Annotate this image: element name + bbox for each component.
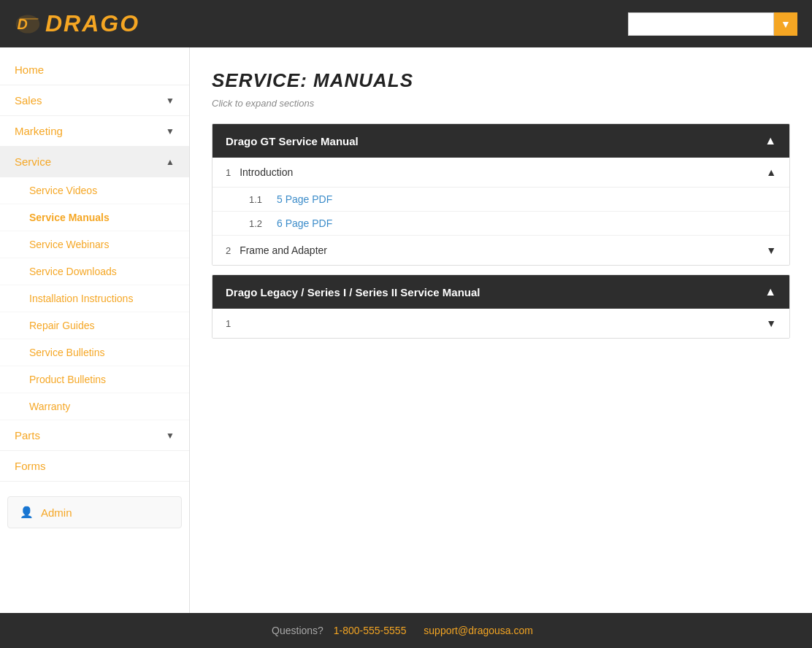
page-subtitle: Click to expand sections	[212, 98, 790, 109]
sidebar-item-sales-label: Sales	[15, 94, 42, 107]
accordion-sub-row-5page[interactable]: 1.1 5 Page PDF	[212, 188, 789, 212]
accordion-gt: Drago GT Service Manual ▲ 1 Introduction…	[212, 123, 790, 266]
sidebar-admin[interactable]: 👤 Admin	[7, 496, 182, 528]
chevron-up-icon: ▲	[765, 134, 776, 147]
footer-questions: Questions?	[272, 625, 323, 636]
layout: Home Sales ▼ Marketing ▼ Service ▲ Servi…	[0, 47, 812, 613]
sidebar-item-service-videos[interactable]: Service Videos	[0, 177, 189, 204]
accordion-legacy-header[interactable]: Drago Legacy / Series I / Series II Serv…	[212, 275, 789, 309]
footer-phone[interactable]: 1-800-555-5555	[334, 625, 407, 636]
footer-email[interactable]: support@dragousa.com	[424, 625, 533, 636]
sidebar-item-home[interactable]: Home	[0, 55, 189, 85]
chevron-down-icon: ▼	[166, 96, 175, 106]
sidebar-item-warranty[interactable]: Warranty	[0, 393, 189, 420]
header: D DRAGO ▼	[0, 0, 812, 47]
accordion-gt-header[interactable]: Drago GT Service Manual ▲	[212, 124, 789, 158]
search-dropdown-button[interactable]: ▼	[774, 12, 797, 36]
sidebar-item-marketing-label: Marketing	[15, 125, 63, 137]
row-number: 1	[226, 167, 231, 178]
sidebar-item-parts-label: Parts	[15, 429, 40, 441]
row-number: 1	[226, 318, 231, 329]
row-number: 2	[226, 245, 231, 256]
main-content: SERVICE: MANUALS Click to expand section…	[190, 47, 812, 613]
sidebar-item-parts[interactable]: Parts ▼	[0, 420, 189, 451]
sidebar-item-service-downloads[interactable]: Service Downloads	[0, 258, 189, 285]
accordion-row-frame-content: 2 Frame and Adapter	[226, 244, 327, 256]
sidebar-item-service[interactable]: Service ▲	[0, 147, 189, 177]
chevron-up-icon: ▲	[166, 157, 175, 167]
admin-icon: 👤	[20, 506, 34, 519]
chevron-up-icon: ▲	[765, 285, 776, 298]
sidebar-item-service-webinars[interactable]: Service Webinars	[0, 231, 189, 258]
logo-icon: D	[15, 11, 41, 37]
sidebar-item-marketing[interactable]: Marketing ▼	[0, 116, 189, 147]
accordion-legacy-row-1-content: 1	[226, 317, 237, 329]
chevron-down-icon: ▼	[766, 317, 776, 329]
accordion-legacy-body: 1 ▼	[212, 309, 789, 338]
accordion-legacy-title: Drago Legacy / Series I / Series II Serv…	[226, 286, 480, 298]
sidebar: Home Sales ▼ Marketing ▼ Service ▲ Servi…	[0, 47, 190, 613]
sidebar-item-service-label: Service	[15, 155, 51, 168]
accordion-gt-body: 1 Introduction ▲ 1.1 5 Page PDF 1.2 6 Pa…	[212, 158, 789, 265]
accordion-row-introduction[interactable]: 1 Introduction ▲	[212, 158, 789, 188]
chevron-up-icon: ▲	[766, 166, 776, 178]
accordion-row-introduction-content: 1 Introduction	[226, 166, 293, 178]
search-input[interactable]	[628, 12, 774, 36]
sidebar-item-service-manuals[interactable]: Service Manuals	[0, 204, 189, 231]
sidebar-item-product-bulletins[interactable]: Product Bulletins	[0, 366, 189, 393]
sub-row-number: 1.1	[249, 194, 271, 205]
sidebar-item-home-label: Home	[15, 63, 44, 76]
header-search: ▼	[628, 12, 797, 36]
page-title: SERVICE: MANUALS	[212, 69, 790, 92]
chevron-down-icon: ▼	[166, 431, 175, 441]
chevron-down-icon: ▼	[766, 244, 776, 256]
sidebar-item-installation-instructions[interactable]: Installation Instructions	[0, 285, 189, 312]
admin-label: Admin	[41, 506, 72, 519]
accordion-legacy-row-1[interactable]: 1 ▼	[212, 309, 789, 338]
sidebar-item-service-bulletins[interactable]: Service Bulletins	[0, 339, 189, 366]
accordion-row-frame[interactable]: 2 Frame and Adapter ▼	[212, 236, 789, 265]
accordion-gt-title: Drago GT Service Manual	[226, 135, 359, 147]
sidebar-item-forms-label: Forms	[15, 460, 46, 472]
sub-row-number: 1.2	[249, 218, 271, 229]
chevron-down-icon: ▼	[781, 18, 791, 30]
footer: Questions? 1-800-555-5555 support@dragou…	[0, 613, 812, 648]
sidebar-item-sales[interactable]: Sales ▼	[0, 85, 189, 116]
accordion-legacy: Drago Legacy / Series I / Series II Serv…	[212, 274, 790, 339]
chevron-down-icon: ▼	[166, 126, 175, 136]
logo: D DRAGO	[15, 10, 139, 37]
logo-text: DRAGO	[45, 10, 139, 37]
sidebar-item-repair-guides[interactable]: Repair Guides	[0, 312, 189, 339]
sidebar-item-forms[interactable]: Forms	[0, 451, 189, 482]
accordion-sub-row-6page[interactable]: 1.2 6 Page PDF	[212, 212, 789, 236]
